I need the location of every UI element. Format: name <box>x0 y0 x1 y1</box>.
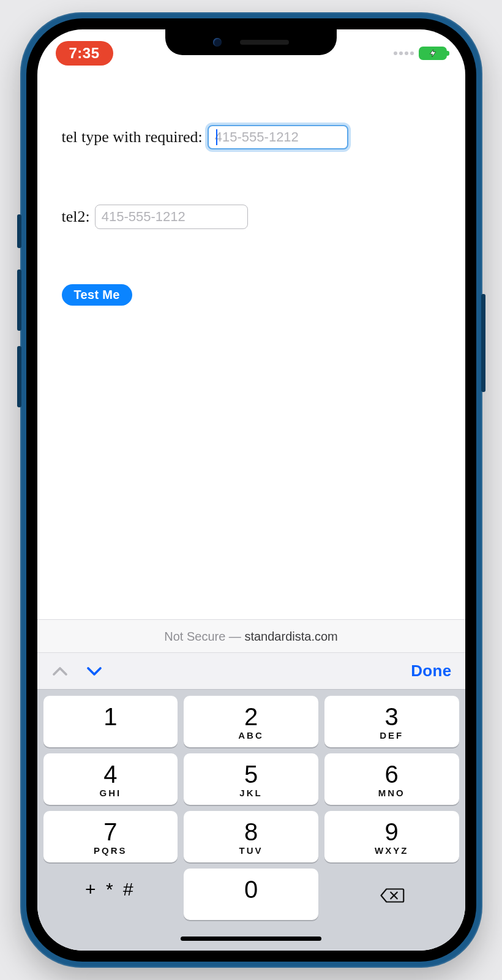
tel2-input[interactable] <box>95 205 248 229</box>
key-1[interactable]: 1 <box>43 696 178 747</box>
front-camera-icon <box>213 38 222 47</box>
test-me-button[interactable]: Test Me <box>62 284 132 306</box>
key-0[interactable]: 0 <box>184 869 318 920</box>
key-3[interactable]: 3DEF <box>324 696 459 747</box>
key-backspace[interactable] <box>324 869 459 920</box>
screen: 7:35 tel type with required: <box>37 29 465 951</box>
power-button <box>481 294 485 392</box>
prev-field-button <box>51 662 69 680</box>
mute-switch <box>17 214 21 248</box>
battery-charging-icon <box>419 47 447 60</box>
url-domain: standardista.com <box>244 630 337 643</box>
keyboard-accessory-bar: Done <box>37 652 465 689</box>
chevron-down-icon <box>85 662 103 680</box>
home-indicator[interactable] <box>181 937 321 941</box>
key-6[interactable]: 6MNO <box>324 753 459 805</box>
next-field-button[interactable] <box>85 662 103 680</box>
cellular-dots-icon <box>394 51 414 55</box>
key-9[interactable]: 9WXYZ <box>324 811 459 862</box>
volume-down-button <box>17 346 21 407</box>
tel1-input[interactable] <box>208 125 348 149</box>
key-8[interactable]: 8TUV <box>184 811 318 862</box>
text-cursor-icon <box>216 129 217 145</box>
key-5[interactable]: 5JKL <box>184 753 318 805</box>
volume-up-button <box>17 270 21 331</box>
notch <box>165 29 337 55</box>
url-security-label: Not Secure — <box>164 630 244 643</box>
numeric-keyboard: 1 2ABC 3DEF 4GHI 5JKL 6MNO 7PQRS 8TUV 9W… <box>37 689 465 951</box>
url-bar[interactable]: Not Secure — standardista.com <box>37 619 465 652</box>
keyboard-done-button[interactable]: Done <box>411 662 451 680</box>
key-2[interactable]: 2ABC <box>184 696 318 747</box>
phone-frame: 7:35 tel type with required: <box>20 12 482 968</box>
tel1-label: tel type with required: <box>62 128 203 146</box>
chevron-up-icon <box>51 662 69 680</box>
key-4[interactable]: 4GHI <box>43 753 178 805</box>
page-content: tel type with required: tel2: Test Me <box>37 70 465 619</box>
time-recording-pill[interactable]: 7:35 <box>56 41 113 66</box>
key-7[interactable]: 7PQRS <box>43 811 178 862</box>
speaker-grille <box>240 40 289 45</box>
key-symbols[interactable]: + * # <box>43 869 178 920</box>
backspace-icon <box>379 886 405 905</box>
tel2-label: tel2: <box>62 208 90 226</box>
